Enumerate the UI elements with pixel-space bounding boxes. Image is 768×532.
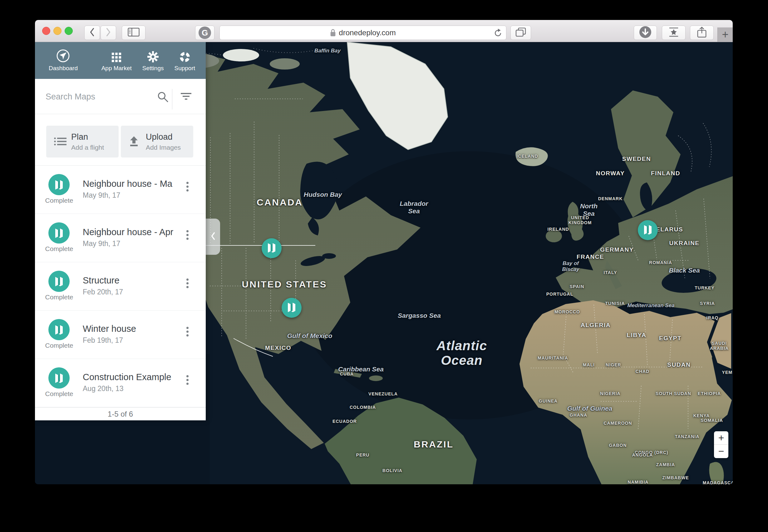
item-menu-button[interactable] [184, 278, 190, 294]
sidebar-toggle-button[interactable] [122, 26, 145, 40]
page-content: Baffin BayHudson BayLabrador SeaCANADAUN… [35, 42, 733, 484]
fullscreen-window-button[interactable] [65, 27, 73, 35]
reload-icon[interactable] [493, 29, 502, 39]
action-subtitle: Add Images [146, 144, 181, 151]
nav-item-label: Settings [142, 65, 164, 72]
actions-row: PlanAdd a flightUploadAdd Images [35, 114, 206, 166]
map-title: Construction Example [83, 372, 173, 382]
drone-logo-icon [56, 50, 70, 63]
map-list-item-structure[interactable]: CompleteStructureFeb 20th, 17 [35, 262, 206, 311]
download-icon [639, 26, 652, 40]
map-list-item-construction-example[interactable]: CompleteConstruction ExampleAug 20th, 13 [35, 359, 206, 407]
map-title: Winter house [83, 324, 173, 334]
divider [172, 89, 172, 109]
pagination: 1-5 of 6 [35, 407, 206, 420]
folded-map-icon [643, 225, 653, 236]
search-icon[interactable] [157, 91, 168, 104]
map-list-item-neighbour-house-ma[interactable]: CompleteNeighbour house - Ma…May 9th, 17 [35, 166, 206, 214]
sidebar-icon [128, 27, 139, 38]
zoom-out-button[interactable]: − [714, 445, 728, 458]
sidebar-collapse-handle[interactable] [206, 219, 220, 255]
status-badge: Complete [35, 390, 83, 398]
nav-item-dashboard[interactable]: Dashboard [49, 50, 78, 72]
status-badge: Complete [35, 342, 83, 349]
new-tab-button[interactable]: + [717, 27, 733, 42]
tab-overview-button[interactable] [510, 26, 531, 40]
map-zoom-control: + − [714, 431, 728, 458]
map-status-icon [48, 271, 70, 292]
map-list-item-neighbour-house-apr[interactable]: CompleteNeighbour house - Apr…May 9th, 1… [35, 214, 206, 262]
browser-toolbar: G dronedeploy.com + [35, 20, 733, 42]
upload-button[interactable]: UploadAdd Images [121, 126, 193, 157]
plan-button[interactable]: PlanAdd a flight [46, 126, 119, 157]
minimize-window-button[interactable] [53, 27, 61, 35]
back-button[interactable] [84, 26, 100, 40]
chevron-left-icon [211, 232, 216, 241]
maps-list: CompleteNeighbour house - Ma…May 9th, 17… [35, 166, 206, 407]
kebab-icon [186, 278, 188, 281]
nav-item-label: Support [174, 65, 195, 72]
map-status-icon [48, 319, 70, 340]
map-date: Aug 20th, 13 [83, 384, 123, 393]
map-date: May 9th, 17 [83, 239, 120, 248]
status-badge: Complete [35, 197, 83, 204]
map-list-item-winter-house[interactable]: CompleteWinter houseFeb 19th, 17 [35, 311, 206, 359]
folded-map-icon [267, 243, 277, 254]
item-menu-button[interactable] [184, 230, 190, 246]
share-button[interactable] [690, 26, 714, 40]
nav-item-support[interactable]: Support [174, 50, 195, 72]
action-title: Upload [146, 132, 181, 142]
action-title: Plan [71, 132, 104, 142]
star-lines-icon [668, 27, 680, 38]
list-icon [54, 137, 71, 147]
close-window-button[interactable] [42, 27, 50, 35]
kebab-icon [186, 182, 188, 184]
maps-sidebar: DashboardApp MarketSettingsSupport PlanA… [35, 42, 206, 420]
nav-item-app-market[interactable]: App Market [101, 50, 132, 72]
nav-item-label: App Market [101, 65, 132, 72]
chevron-right-icon [105, 27, 111, 38]
item-menu-button[interactable] [184, 375, 190, 391]
item-menu-button[interactable] [184, 327, 190, 342]
url-text: dronedeploy.com [339, 28, 396, 37]
kebab-icon [186, 327, 188, 329]
downloads-button[interactable] [634, 26, 657, 40]
search-row [35, 79, 206, 114]
item-menu-button[interactable] [184, 182, 190, 197]
map-title: Neighbour house - Ma… [83, 179, 173, 189]
favorites-button[interactable] [662, 26, 686, 40]
share-icon [697, 26, 707, 39]
lock-icon [330, 29, 336, 37]
grammarly-extension-button[interactable]: G [195, 26, 215, 40]
chevron-left-icon [89, 27, 95, 38]
map-marker-3[interactable] [638, 220, 658, 240]
map-marker-1[interactable] [262, 238, 282, 258]
map-date: May 9th, 17 [83, 191, 120, 200]
status-badge: Complete [35, 293, 83, 301]
search-input[interactable] [45, 88, 155, 106]
map-title: Neighbour house - Apr… [83, 227, 173, 237]
forward-button[interactable] [100, 26, 116, 40]
zoom-in-button[interactable]: + [714, 431, 728, 445]
nav-item-settings[interactable]: Settings [142, 50, 164, 72]
status-badge: Complete [35, 245, 83, 253]
map-status-icon [48, 174, 70, 195]
map-status-icon [48, 367, 70, 389]
life-ring-icon [179, 50, 190, 63]
gear-icon [147, 50, 159, 63]
map-marker-2[interactable] [282, 298, 302, 318]
map-date: Feb 20th, 17 [83, 288, 123, 296]
app-navbar: DashboardApp MarketSettingsSupport [35, 42, 206, 79]
nav-item-label: Dashboard [49, 65, 78, 72]
kebab-icon [186, 230, 188, 232]
tab-overview-icon [515, 27, 526, 38]
filter-icon[interactable] [180, 93, 192, 102]
map-status-icon [48, 222, 70, 244]
folded-map-icon [287, 302, 297, 313]
browser-window: G dronedeploy.com + [35, 20, 733, 484]
kebab-icon [186, 375, 188, 377]
action-subtitle: Add a flight [71, 144, 104, 151]
grammarly-icon: G [199, 27, 211, 39]
map-title: Structure [83, 275, 173, 286]
address-bar[interactable]: dronedeploy.com [220, 26, 506, 40]
